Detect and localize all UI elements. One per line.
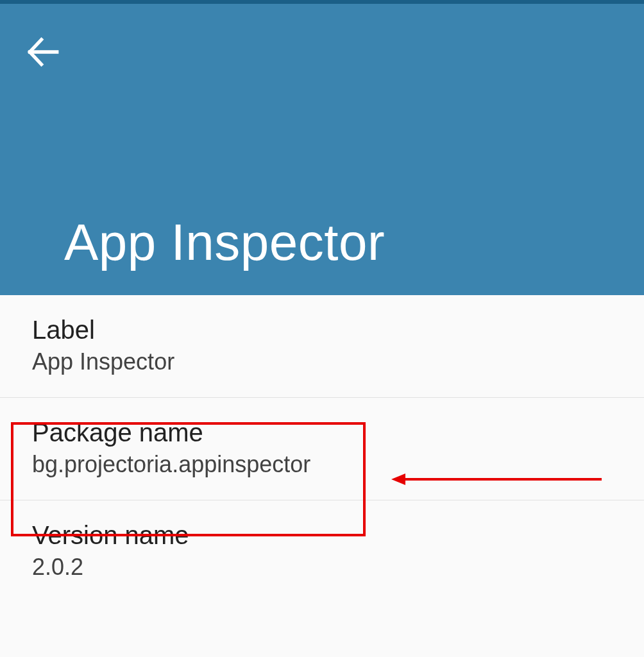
- list-item-label[interactable]: Label App Inspector: [0, 295, 644, 398]
- list-item-package-name[interactable]: Package name bg.projectoria.appinspector: [0, 398, 644, 500]
- app-bar: App Inspector: [0, 4, 644, 295]
- list-item-version-name[interactable]: Version name 2.0.2: [0, 500, 644, 602]
- page-title: App Inspector: [64, 213, 385, 272]
- item-heading-version: Version name: [32, 521, 612, 550]
- item-value-package: bg.projectoria.appinspector: [32, 451, 612, 478]
- item-value-label: App Inspector: [32, 348, 612, 375]
- item-heading-label: Label: [32, 316, 612, 345]
- arrow-back-icon: [24, 33, 62, 73]
- back-button[interactable]: [24, 33, 62, 73]
- details-list: Label App Inspector Package name bg.proj…: [0, 295, 644, 602]
- item-value-version: 2.0.2: [32, 554, 612, 581]
- item-heading-package: Package name: [32, 418, 612, 447]
